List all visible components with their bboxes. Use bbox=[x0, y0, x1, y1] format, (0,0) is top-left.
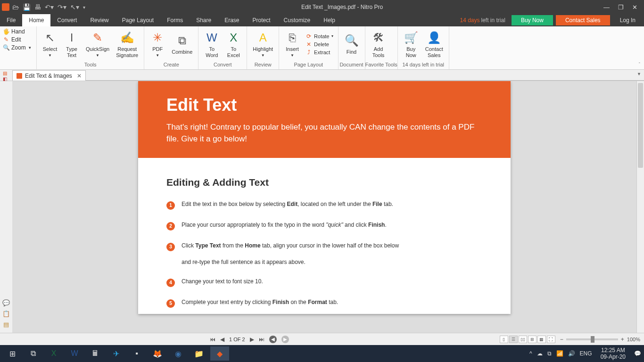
tray-cloud-icon[interactable]: ☁ bbox=[537, 350, 543, 357]
extract-button[interactable]: ⤴Extract bbox=[304, 49, 335, 56]
add-tools-button[interactable]: 🛠AddTools bbox=[368, 29, 389, 58]
undo-icon[interactable]: ↶▾ bbox=[45, 3, 54, 11]
buy-now-button[interactable]: 🛒BuyNow bbox=[401, 29, 421, 58]
scroll-thumb[interactable] bbox=[638, 83, 643, 168]
zoom-in-button[interactable]: + bbox=[621, 336, 624, 343]
step-text: Place your cursor appropriately to fix t… bbox=[182, 221, 387, 230]
contact-sales-button[interactable]: Contact Sales bbox=[556, 15, 610, 25]
tab-protect[interactable]: Protect bbox=[246, 14, 277, 26]
quicksign-button[interactable]: ✎QuickSign▼ bbox=[83, 29, 112, 59]
last-page-button[interactable]: ⏭ bbox=[259, 336, 264, 343]
redo-icon[interactable]: ↷▾ bbox=[58, 3, 66, 11]
tray-wifi-icon[interactable]: 📶 bbox=[556, 350, 563, 357]
view-fullscreen-icon[interactable]: ⛶ bbox=[547, 336, 555, 343]
view-single-icon[interactable]: ▯ bbox=[500, 336, 508, 343]
edit-tool[interactable]: ✎Edit bbox=[3, 36, 33, 43]
taskbar-app[interactable]: ◉ bbox=[169, 346, 188, 361]
taskbar-calculator[interactable]: 🖩 bbox=[86, 346, 105, 361]
contact-sales-button[interactable]: 👤ContactSales bbox=[422, 29, 446, 58]
zoom-tool[interactable]: 🔍Zoom▾ bbox=[3, 44, 33, 51]
taskbar-nitro[interactable]: ◆ bbox=[210, 346, 229, 361]
combine-button[interactable]: ⧉Combine bbox=[169, 32, 195, 56]
tray-language[interactable]: ENG bbox=[580, 350, 592, 357]
tab-share[interactable]: Share bbox=[190, 14, 218, 26]
tab-page-layout[interactable]: Page Layout bbox=[116, 14, 160, 26]
notifications-icon[interactable]: 💬 bbox=[634, 350, 641, 357]
zoom-slider[interactable] bbox=[566, 338, 618, 340]
view-thumbnail-icon[interactable]: ▦ bbox=[537, 336, 546, 343]
maximize-button[interactable]: ❐ bbox=[618, 4, 624, 11]
select-button[interactable]: ↖Select▼ bbox=[40, 29, 60, 59]
prev-page-button[interactable]: ◀ bbox=[220, 336, 224, 343]
section-heading: Editing & Adding Text bbox=[166, 177, 482, 188]
taskbar-excel[interactable]: X bbox=[44, 346, 63, 361]
to-word-button[interactable]: WToWord bbox=[201, 29, 222, 58]
pdf-icon: ✳ bbox=[150, 30, 165, 45]
tab-customize[interactable]: Customize bbox=[277, 14, 317, 26]
rotate-button[interactable]: ⟳Rotate ▾ bbox=[304, 33, 335, 40]
start-button[interactable]: ⊞ bbox=[3, 346, 22, 361]
highlight-icon: A bbox=[256, 30, 271, 45]
vertical-scrollbar[interactable] bbox=[636, 81, 644, 333]
delete-button[interactable]: ✕Delete bbox=[304, 41, 335, 48]
close-button[interactable]: ✕ bbox=[632, 4, 637, 11]
request-signature-button[interactable]: ✍RequestSignature bbox=[113, 29, 141, 58]
taskbar-terminal[interactable]: ▪ bbox=[127, 346, 146, 361]
minimize-button[interactable]: — bbox=[603, 4, 610, 11]
tab-forms[interactable]: Forms bbox=[160, 14, 190, 26]
print-icon[interactable]: 🖶 bbox=[34, 3, 41, 11]
view-continuous-icon[interactable]: ☰ bbox=[509, 336, 518, 343]
tab-convert[interactable]: Convert bbox=[50, 14, 83, 26]
open-icon[interactable]: 🗁 bbox=[12, 3, 19, 11]
next-page-button[interactable]: ▶ bbox=[250, 336, 254, 343]
pdf-page: Edit Text That's right! Contrary to popu… bbox=[138, 81, 511, 314]
pdf-button[interactable]: ✳PDF▼ bbox=[147, 29, 168, 59]
view-facing-cont-icon[interactable]: ⊞ bbox=[528, 336, 537, 343]
page-indicator: 1 OF 2 bbox=[229, 337, 245, 342]
task-view-button[interactable]: ⧉ bbox=[24, 346, 42, 361]
group-label: Document bbox=[339, 62, 365, 69]
type-text-button[interactable]: ITypeText bbox=[61, 29, 82, 58]
close-tab-button[interactable]: ✕ bbox=[77, 73, 82, 79]
page-viewport[interactable]: Edit Text That's right! Contrary to popu… bbox=[12, 81, 636, 333]
tab-overflow-icon[interactable]: ▼ bbox=[637, 72, 641, 76]
pages-panel-icon[interactable]: ▤ bbox=[3, 71, 9, 76]
buy-now-button[interactable]: Buy Now bbox=[512, 15, 553, 25]
highlight-button[interactable]: AHighlight▼ bbox=[250, 29, 276, 59]
taskbar-explorer[interactable]: 📁 bbox=[190, 346, 208, 361]
zoom-out-button[interactable]: − bbox=[560, 336, 563, 343]
taskbar-telegram[interactable]: ✈ bbox=[107, 346, 125, 361]
comments-icon[interactable]: 💬 bbox=[2, 299, 10, 306]
attachments-icon[interactable]: 📋 bbox=[2, 310, 10, 317]
zoom-icon: 🔍 bbox=[3, 44, 9, 51]
tray-dropbox-icon[interactable]: ⧉ bbox=[547, 350, 552, 357]
insert-button[interactable]: ⎘Insert▼ bbox=[282, 29, 303, 59]
nav-back-button[interactable]: ◀ bbox=[269, 336, 277, 343]
tab-file[interactable]: File bbox=[0, 14, 22, 26]
login-button[interactable]: Log In bbox=[611, 14, 644, 26]
hand-tool[interactable]: 🖐Hand bbox=[3, 28, 33, 35]
to-excel-icon: X bbox=[226, 30, 241, 45]
nav-forward-button[interactable]: ▶ bbox=[281, 336, 289, 343]
tab-home[interactable]: Home bbox=[22, 14, 50, 26]
tray-chevron-icon[interactable]: ^ bbox=[529, 350, 532, 357]
document-tab[interactable]: Edit Text & Images ✕ bbox=[12, 70, 86, 81]
first-page-button[interactable]: ⏮ bbox=[210, 336, 215, 343]
tab-review[interactable]: Review bbox=[83, 14, 115, 26]
collapse-ribbon-icon[interactable]: ˆ bbox=[639, 62, 640, 67]
save-icon[interactable]: 💾 bbox=[23, 3, 31, 11]
tray-volume-icon[interactable]: 🔊 bbox=[568, 350, 575, 357]
taskbar-word[interactable]: W bbox=[65, 346, 84, 361]
step-number: 4 bbox=[166, 279, 175, 287]
tab-help[interactable]: Help bbox=[317, 14, 342, 26]
to-excel-button[interactable]: XToExcel bbox=[223, 29, 244, 58]
taskbar-clock[interactable]: 12:25 AM 09-Apr-20 bbox=[597, 347, 629, 361]
quick-access-toolbar: 🗁 💾 🖶 ↶▾ ↷▾ ↖▾ ▾ bbox=[12, 3, 85, 11]
taskbar-firefox[interactable]: 🦊 bbox=[148, 346, 167, 361]
window-controls: — ❐ ✕ bbox=[599, 4, 642, 11]
find-button[interactable]: 🔍Find bbox=[341, 32, 362, 56]
cursor-icon[interactable]: ↖▾ bbox=[70, 3, 79, 11]
output-icon[interactable]: ▤ bbox=[3, 321, 9, 328]
tab-erase[interactable]: Erase bbox=[218, 14, 246, 26]
view-facing-icon[interactable]: ▯▯ bbox=[519, 336, 527, 343]
